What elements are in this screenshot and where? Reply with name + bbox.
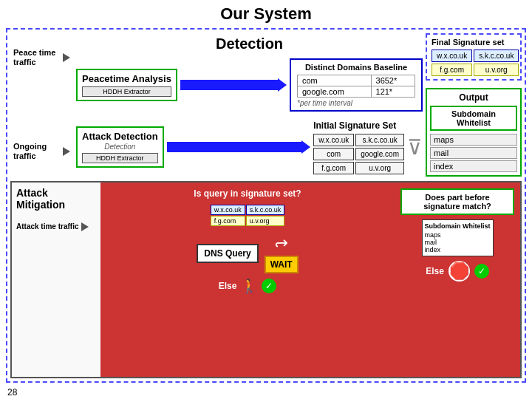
ongoing-input-block: Ongoing traffic [13, 142, 70, 161]
subdomain-whitelist-mini: Subdomain Whitelist maps mail index [422, 219, 494, 256]
attack-time-label: Attack time traffic [16, 222, 78, 231]
peacetime-title: Peacetime Analysis [82, 73, 171, 85]
list-item: google.com [355, 148, 404, 160]
sig-grid: w.x.co.uk s.k.c.co.uk com google.com f.g… [313, 134, 404, 174]
detection-header-label: Detection [73, 33, 426, 55]
list-item: f.g.com [432, 64, 472, 76]
green-circle-icon: ✓ [262, 279, 276, 293]
attack-hddh: HDDH Extractor [82, 153, 158, 163]
green-circle-icon-2: ✓ [474, 264, 489, 279]
list-item: w.x.co.uk [313, 134, 354, 146]
wait-badge: WAIT [265, 256, 299, 273]
table-row: com 3652* [298, 75, 415, 86]
signature-funnel-area: Initial Signature Set w.x.co.uk s.k.c.co… [313, 120, 423, 174]
funnel-icon: ⊽ [407, 135, 423, 160]
list-item: s.k.c.co.uk [474, 50, 519, 62]
peacetime-arrow [180, 78, 287, 92]
query-question: Is query in signature set? [194, 188, 301, 199]
detection-column: Detection Peacetime Analysis HDDH Extrac… [73, 33, 426, 177]
ongoing-label: Ongoing traffic [13, 142, 61, 161]
subdomain-whitelist-label: Subdomain Whitelist [430, 106, 517, 131]
peacetime-hddh: HDDH Extractor [82, 86, 171, 97]
footnote: *per time interval [297, 99, 415, 107]
walk-icon: 🚶 [241, 278, 257, 294]
output-items: maps mail index [430, 134, 517, 172]
mitigation-sig-grid: w.x.co.uk s.k.c.co.uk f.g.com u.v.org [211, 205, 285, 226]
final-sig-box: Final Signature set w.x.co.uk s.k.c.co.u… [426, 33, 522, 81]
input-column: Peace time traffic Ongoing traffic [10, 33, 73, 177]
arrow-line [180, 80, 278, 90]
else-label-2: Else [426, 266, 444, 276]
arrow-head-icon [278, 78, 287, 92]
list-item: index [425, 246, 491, 253]
output-title: Output [430, 92, 517, 103]
arrow-wait-area: ↩ WAIT [265, 233, 299, 273]
attack-arrow [167, 140, 311, 154]
peace-time-label: Peace time traffic [13, 48, 61, 67]
list-item: u.v.org [355, 162, 404, 174]
detection-rows: Peacetime Analysis HDDH Extractor Distin… [73, 55, 426, 177]
bottom-section: Attack Mitigation Attack time traffic Is… [10, 181, 522, 378]
initial-sig-title: Initial Signature Set [313, 120, 404, 131]
arrow-head-icon-2 [301, 140, 310, 154]
list-item: s.k.c.co.uk [246, 205, 285, 215]
output-column: Final Signature set w.x.co.uk s.k.c.co.u… [426, 33, 522, 177]
mitigation-left: Attack Mitigation Attack time traffic [12, 183, 100, 377]
list-item: com [313, 148, 354, 160]
peacetime-row: Peacetime Analysis HDDH Extractor Distin… [76, 55, 423, 115]
curved-arrow-icon: ↩ [275, 233, 288, 253]
peace-input-block: Peace time traffic [13, 48, 70, 67]
peace-arrow-icon [63, 53, 70, 62]
attack-detection-sublabel: Detection [82, 143, 158, 151]
domains-title: Distinct Domains Baseline [297, 63, 415, 72]
initial-sig-area: Initial Signature Set w.x.co.uk s.k.c.co… [313, 120, 404, 174]
output-box: Output Subdomain Whitelist maps mail ind… [426, 88, 522, 177]
dns-row: DNS Query ↩ WAIT [197, 233, 298, 273]
domain-cell: com [298, 75, 372, 86]
top-section: Peace time traffic Ongoing traffic Detec… [10, 33, 522, 177]
attack-detection-title: Attack Detection [82, 131, 158, 143]
list-item: mail [425, 239, 491, 246]
value-cell: 3652* [371, 75, 415, 86]
list-item: s.k.c.co.uk [355, 134, 404, 146]
does-part-box: Does part before signature match? [400, 188, 514, 215]
attack-time-block: Attack time traffic [16, 222, 96, 231]
list-item: w.x.co.uk [432, 50, 472, 62]
main-container: Peace time traffic Ongoing traffic Detec… [6, 28, 526, 383]
list-item: u.v.org [474, 64, 519, 76]
domains-baseline-box: Distinct Domains Baseline com 3652* goog… [290, 58, 423, 112]
else-row-2: Else 🛑 ✓ [426, 261, 489, 282]
attack-detection-box: Attack Detection Detection HDDH Extracto… [76, 126, 164, 168]
attack-detection-row: Attack Detection Detection HDDH Extracto… [76, 117, 423, 177]
final-sig-title: Final Signature set [432, 38, 516, 47]
mitigation-main: Is query in signature set? w.x.co.uk s.k… [100, 183, 395, 377]
mitigation-title: Attack Mitigation [16, 187, 96, 211]
list-item: u.v.org [246, 216, 285, 226]
ongoing-arrow-icon [63, 147, 70, 156]
list-item: f.g.com [313, 162, 354, 174]
list-item: f.g.com [211, 216, 245, 226]
else-label: Else [219, 281, 237, 291]
arrow-line-2 [167, 142, 302, 152]
dns-query-box: DNS Query [197, 244, 258, 263]
value-cell: 121* [371, 86, 415, 98]
stop-icon: 🛑 [449, 261, 470, 282]
list-item: maps [425, 231, 491, 239]
list-item: index [430, 160, 517, 172]
else-row: Else 🚶 ✓ [219, 278, 277, 294]
domains-table: com 3652* google.com 121* [297, 75, 415, 98]
page-number: 28 [7, 387, 17, 398]
mitigation-right: Does part before signature match? Subdom… [395, 183, 520, 377]
page-title: Our System [0, 0, 532, 27]
list-item: maps [430, 134, 517, 146]
mini-whitelist-title: Subdomain Whitelist [425, 222, 491, 230]
output-area: Final Signature set w.x.co.uk s.k.c.co.u… [426, 33, 522, 177]
list-item: mail [430, 147, 517, 159]
peacetime-analysis-box: Peacetime Analysis HDDH Extractor [76, 69, 177, 102]
final-sig-grid: w.x.co.uk s.k.c.co.uk f.g.com u.v.org [432, 50, 516, 76]
domain-cell: google.com [298, 86, 372, 98]
list-item: w.x.co.uk [211, 205, 245, 215]
table-row: google.com 121* [298, 86, 415, 98]
attack-arrow-icon [81, 222, 89, 231]
